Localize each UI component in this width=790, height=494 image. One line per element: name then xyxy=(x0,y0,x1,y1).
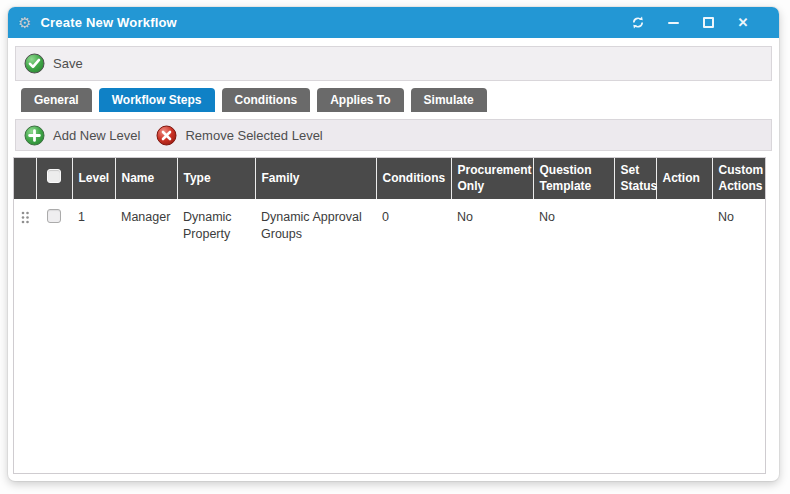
close-button[interactable]: ✕ xyxy=(736,16,750,30)
minimize-icon xyxy=(668,22,679,24)
cell-level: 1 xyxy=(72,199,115,249)
tab-conditions[interactable]: Conditions xyxy=(222,88,311,112)
cell-action xyxy=(656,199,712,249)
create-workflow-dialog: ⚙ Create New Workflow xyxy=(8,7,779,481)
add-new-level-label: Add New Level xyxy=(53,128,140,143)
row-select-cell xyxy=(36,199,72,249)
column-header-name: Name xyxy=(115,158,177,199)
select-all-checkbox[interactable] xyxy=(47,169,61,183)
save-check-icon xyxy=(24,53,45,74)
window-controls: ✕ xyxy=(631,16,750,30)
drag-column-header xyxy=(14,158,36,199)
add-plus-icon xyxy=(24,125,45,146)
tab-general[interactable]: General xyxy=(21,88,92,112)
cell-name: Manager xyxy=(115,199,177,249)
save-toolbar: Save xyxy=(15,46,772,81)
minimize-button[interactable] xyxy=(666,16,680,30)
tab-applies-to[interactable]: Applies To xyxy=(317,88,403,112)
titlebar: ⚙ Create New Workflow xyxy=(8,7,779,38)
gear-icon: ⚙ xyxy=(18,15,31,30)
cell-set-status xyxy=(614,199,656,249)
tab-simulate[interactable]: Simulate xyxy=(411,88,487,112)
remove-selected-level-label: Remove Selected Level xyxy=(185,128,322,143)
column-header-action: Action xyxy=(656,158,712,199)
maximize-icon xyxy=(703,17,714,28)
levels-table: Level Name Type Family Conditions Procur… xyxy=(14,158,765,249)
row-checkbox[interactable] xyxy=(47,209,61,223)
column-header-family: Family xyxy=(255,158,376,199)
add-new-level-button[interactable]: Add New Level xyxy=(24,125,140,146)
column-header-level: Level xyxy=(72,158,115,199)
cell-question-template: No xyxy=(533,199,614,249)
page-background: ⚙ Create New Workflow xyxy=(0,0,790,494)
row-drag-cell xyxy=(14,199,36,249)
refresh-icon xyxy=(631,15,645,30)
tab-strip: General Workflow Steps Conditions Applie… xyxy=(21,88,779,112)
select-all-header xyxy=(36,158,72,199)
tab-workflow-steps[interactable]: Workflow Steps xyxy=(99,88,215,112)
save-label: Save xyxy=(53,56,83,71)
cell-conditions: 0 xyxy=(376,199,451,249)
cell-family: Dynamic Approval Groups xyxy=(255,199,376,249)
maximize-button[interactable] xyxy=(701,16,715,30)
cell-type: Dynamic Property xyxy=(177,199,255,249)
column-header-set-status: Set Status xyxy=(614,158,656,199)
save-button[interactable]: Save xyxy=(24,53,83,74)
drag-handle-icon[interactable] xyxy=(21,211,29,229)
column-header-type: Type xyxy=(177,158,255,199)
header-row: Level Name Type Family Conditions Procur… xyxy=(14,158,765,199)
window-title: Create New Workflow xyxy=(40,15,176,30)
level-toolbar: Add New Level Remove Selected Level xyxy=(15,119,772,151)
remove-selected-level-button[interactable]: Remove Selected Level xyxy=(156,125,322,146)
workflow-steps-grid: Level Name Type Family Conditions Procur… xyxy=(13,157,766,474)
remove-x-icon xyxy=(156,125,177,146)
cell-procurement-only: No xyxy=(451,199,533,249)
column-header-conditions: Conditions xyxy=(376,158,451,199)
column-header-procurement-only: Procurement Only xyxy=(451,158,533,199)
column-header-custom-actions: Custom Actions xyxy=(712,158,765,199)
cell-custom-actions: No xyxy=(712,199,765,249)
table-row: 1 Manager Dynamic Property Dynamic Appro… xyxy=(14,199,765,249)
refresh-button[interactable] xyxy=(631,16,645,30)
close-icon: ✕ xyxy=(738,16,749,29)
column-header-question-template: Question Template xyxy=(533,158,614,199)
